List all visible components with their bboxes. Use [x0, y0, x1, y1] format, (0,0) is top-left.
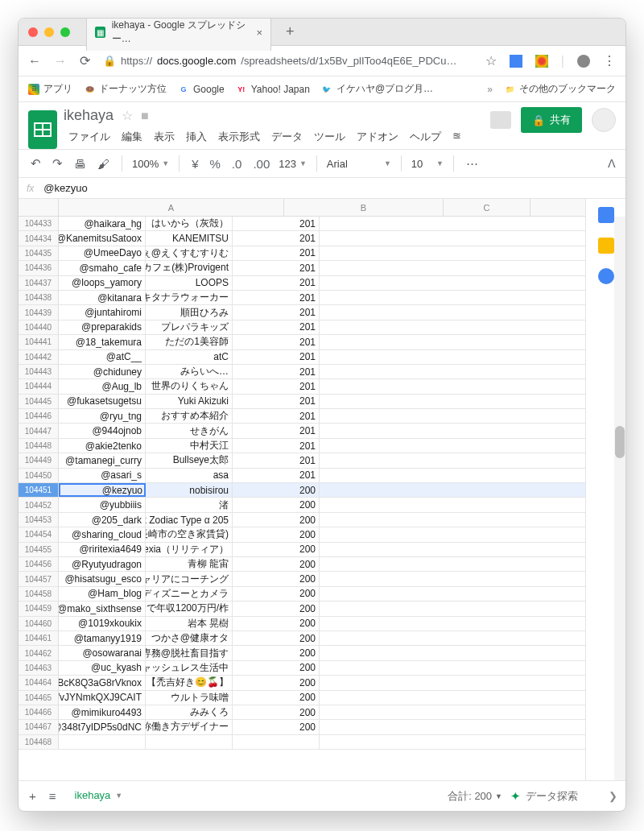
- cell[interactable]: 201: [233, 350, 320, 364]
- cell[interactable]: @18_takemura: [59, 335, 146, 349]
- cell[interactable]: Yuki Akizuki: [146, 395, 233, 408]
- cell[interactable]: @BcK8Q3aG8rVknox: [59, 676, 146, 689]
- menu-item[interactable]: データ: [266, 127, 308, 147]
- cell[interactable]: 201: [233, 261, 320, 275]
- cell[interactable]: 岩本 晃樹: [146, 617, 233, 630]
- cell[interactable]: @kezyuo: [59, 483, 146, 497]
- table-row[interactable]: 104444@Aug_lb世界のりくちゃん201: [19, 379, 585, 394]
- more-icon[interactable]: ⋯: [464, 156, 481, 171]
- side-panel-toggle-icon[interactable]: ❯: [609, 790, 617, 802]
- cell[interactable]: 200: [233, 705, 320, 719]
- cell[interactable]: @Ham_blog: [59, 587, 146, 601]
- cell[interactable]: 200: [233, 572, 320, 585]
- formula-value[interactable]: @kezyuo: [43, 182, 87, 194]
- cell[interactable]: @uc_kyash: [59, 661, 146, 675]
- cell[interactable]: 200: [233, 513, 320, 527]
- sheet-tab[interactable]: ikehaya▼: [67, 784, 131, 808]
- cell[interactable]: 201: [233, 469, 320, 482]
- tasks-icon[interactable]: [598, 268, 614, 284]
- bookmark-item[interactable]: 🐦イケハヤ@ブログ月…: [321, 82, 433, 96]
- cell[interactable]: 順田ひろみ: [146, 305, 233, 319]
- column-header[interactable]: C: [444, 199, 530, 216]
- cell[interactable]: 201: [233, 453, 320, 467]
- table-row[interactable]: 104448@akie2tenko中村天江201: [19, 439, 585, 453]
- table-row[interactable]: 104453@205_darkDark Zodiac Type α 205200: [19, 513, 585, 527]
- row-number[interactable]: 104458: [19, 587, 59, 601]
- increase-decimal-button[interactable]: .00: [250, 157, 272, 171]
- cell[interactable]: 201: [233, 335, 320, 349]
- cell[interactable]: [233, 735, 320, 749]
- row-number[interactable]: 104437: [19, 276, 59, 290]
- decrease-decimal-button[interactable]: .0: [229, 157, 245, 171]
- extension-icon[interactable]: [577, 55, 590, 68]
- select-all-corner[interactable]: [19, 199, 59, 216]
- cell[interactable]: @tamanegi_curry: [59, 453, 146, 467]
- cell[interactable]: 200: [233, 617, 320, 630]
- row-number[interactable]: 104467: [19, 720, 59, 734]
- traffic-min[interactable]: [44, 27, 54, 37]
- cell[interactable]: SuperⓂ 本業と投資で年収1200万円/柞: [146, 602, 233, 615]
- cell[interactable]: UC@キャッシュレス生活中: [146, 661, 233, 675]
- percent-button[interactable]: %: [208, 157, 223, 171]
- print-icon[interactable]: 🖶: [72, 157, 89, 171]
- cell[interactable]: 200: [233, 587, 320, 601]
- address-bar[interactable]: 🔒 https://docs.google.com/spreadsheets/d…: [103, 55, 473, 67]
- row-number[interactable]: 104445: [19, 395, 59, 408]
- row-number[interactable]: 104446: [19, 409, 59, 423]
- spreadsheet-grid[interactable]: A B C 104433@haikara_hgはいから（灰殻）201104434…: [19, 199, 585, 780]
- table-row[interactable]: 104451@kezyuonobisirou200: [19, 483, 585, 498]
- other-bookmarks[interactable]: 📁その他のブックマーク: [504, 82, 616, 96]
- cell[interactable]: 200: [233, 498, 320, 511]
- menu-item[interactable]: 編集: [117, 127, 147, 147]
- cell[interactable]: 201: [233, 365, 320, 378]
- cell[interactable]: つかさ@健康オタ: [146, 631, 233, 645]
- cell[interactable]: みらいへ…: [146, 365, 233, 378]
- cell[interactable]: 201: [233, 276, 320, 290]
- cell[interactable]: せきがん: [146, 424, 233, 437]
- cell[interactable]: @mako_sixthsense: [59, 602, 146, 615]
- cell[interactable]: @juntahiromi: [59, 305, 146, 319]
- cell[interactable]: ひさつぐ@一流キャリアにコーチング: [146, 572, 233, 585]
- cell[interactable]: はいから（灰殻）: [146, 217, 233, 230]
- menu-item[interactable]: 表示形式: [213, 127, 265, 147]
- table-row[interactable]: 104439@juntahiromi順田ひろみ201: [19, 305, 585, 320]
- cell[interactable]: 200: [233, 602, 320, 615]
- table-row[interactable]: 104434@KanemitsuSatooxKANEMITSU201: [19, 231, 585, 246]
- table-row[interactable]: 104454@sharing_cloud浅野伸治(長崎市の空き家賃貸)200: [19, 527, 585, 542]
- cell[interactable]: 200: [233, 661, 320, 675]
- cell[interactable]: ウルトラ味噌: [146, 691, 233, 705]
- table-row[interactable]: 104442@atC__atC201: [19, 350, 585, 365]
- currency-button[interactable]: ¥: [189, 157, 200, 171]
- table-row[interactable]: 104464@BcK8Q3aG8rVknoxジョイ【禿吉好き😊🍒】200: [19, 676, 585, 690]
- cell[interactable]: 201: [233, 246, 320, 260]
- row-number[interactable]: 104468: [19, 735, 59, 749]
- row-number[interactable]: 104456: [19, 557, 59, 571]
- comments-icon[interactable]: [490, 111, 511, 129]
- cell[interactable]: Dark Zodiac Type α 205: [146, 513, 233, 527]
- cell[interactable]: 渚: [146, 498, 233, 511]
- cell[interactable]: @Ryutyudragon: [59, 557, 146, 571]
- close-tab-icon[interactable]: ×: [256, 27, 262, 39]
- table-row[interactable]: 104443@chiduneyみらいへ…201: [19, 365, 585, 379]
- cell[interactable]: 201: [233, 291, 320, 304]
- cell[interactable]: @loops_yamory: [59, 276, 146, 290]
- paint-format-icon[interactable]: 🖌: [95, 157, 112, 171]
- cell[interactable]: @tamanyy1919: [59, 631, 146, 645]
- traffic-max[interactable]: [60, 27, 70, 37]
- row-number[interactable]: 104448: [19, 439, 59, 453]
- cell[interactable]: 200: [233, 527, 320, 541]
- cell[interactable]: @osowaranai: [59, 646, 146, 659]
- extension-icon[interactable]: [535, 55, 548, 68]
- cell[interactable]: ジョイ【禿吉好き😊🍒】: [146, 676, 233, 689]
- cell[interactable]: @ryu_tng: [59, 409, 146, 423]
- cell[interactable]: 200: [233, 543, 320, 556]
- row-number[interactable]: 104461: [19, 631, 59, 645]
- cell[interactable]: @sharing_cloud: [59, 527, 146, 541]
- cell[interactable]: @riritexia4649: [59, 543, 146, 556]
- column-header[interactable]: B: [284, 199, 444, 216]
- cell[interactable]: 201: [233, 395, 320, 408]
- row-number[interactable]: 104440: [19, 320, 59, 334]
- row-number[interactable]: 104435: [19, 246, 59, 260]
- apps-button[interactable]: ⠿アプリ: [28, 82, 72, 96]
- account-avatar[interactable]: [592, 108, 616, 132]
